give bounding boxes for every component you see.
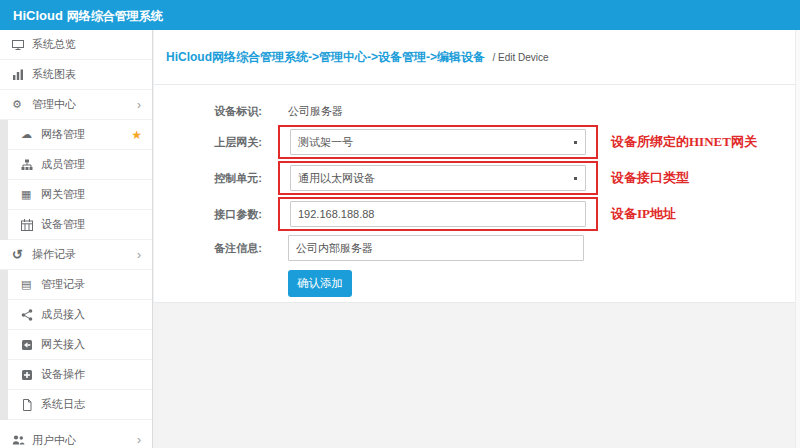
plus-square-icon: [21, 369, 36, 381]
sidebar-item-member-management[interactable]: 成员管理: [8, 150, 152, 180]
gears-icon: ⚙: [12, 99, 27, 110]
sidebar-item-label: 管理中心: [32, 97, 76, 112]
sidebar-item-operation-records[interactable]: ↺ 操作记录 ›: [0, 240, 152, 270]
scrollbar-track[interactable]: [795, 30, 800, 448]
sidebar-item-label: 设备操作: [41, 367, 85, 382]
sidebar-nav: 系统总览 系统图表 ⚙ 管理中心 › ☁ 网络管理 ★ 成员管理 ▦ 网关管理: [0, 30, 153, 448]
app-brand[interactable]: HiCloud网络综合管理系统: [0, 0, 800, 32]
sidebar-item-device-operations[interactable]: 设备操作: [8, 360, 152, 390]
share-icon: [21, 309, 36, 321]
upper-gateway-select[interactable]: 测试架一号: [290, 129, 586, 155]
signin-icon: [21, 339, 36, 351]
form-row-upper-gateway: 上层网关: 测试架一号 设备所绑定的HINET网关: [154, 125, 800, 159]
chart-icon: [12, 69, 27, 81]
form-actions: 确认添加: [288, 270, 800, 297]
sidebar-item-label: 系统日志: [41, 397, 85, 412]
sitemap-icon: [21, 159, 36, 171]
control-unit-label: 控制单元:: [154, 171, 262, 186]
breadcrumb[interactable]: HiCloud网络综合管理系统->管理中心->设备管理->编辑设备: [166, 50, 485, 64]
upper-gateway-label: 上层网关:: [154, 135, 262, 150]
upper-gateway-select-wrap: 测试架一号: [290, 129, 586, 155]
highlight-box-upper-gateway: 测试架一号: [278, 125, 598, 159]
chevron-right-icon: ›: [137, 249, 141, 261]
breadcrumb-bar: HiCloud网络综合管理系统->管理中心->设备管理->编辑设备 / Edit…: [154, 30, 800, 85]
main-area: HiCloud网络综合管理系统->管理中心->设备管理->编辑设备 / Edit…: [154, 30, 800, 448]
sidebar-item-label: 网络管理: [41, 127, 85, 142]
brand-subtitle: 网络综合管理系统: [67, 9, 163, 23]
highlight-box-interface-params: [278, 197, 598, 231]
remarks-input[interactable]: [288, 235, 584, 261]
history-icon: ↺: [12, 248, 27, 261]
device-id-label: 设备标识:: [154, 104, 262, 119]
sidebar-item-gateway-access[interactable]: 网关接入: [8, 330, 152, 360]
sidebar-item-system-overview[interactable]: 系统总览: [0, 30, 152, 60]
file-icon: [21, 399, 36, 411]
device-id-value: 公司服务器: [288, 104, 343, 119]
cloud-icon: ☁: [21, 129, 36, 140]
control-unit-select-wrap: 通用以太网设备: [290, 165, 586, 191]
sidebar-item-management-records[interactable]: ▤ 管理记录: [8, 270, 152, 300]
sidebar-item-label: 管理记录: [41, 277, 85, 292]
sidebar-item-management-center[interactable]: ⚙ 管理中心 ›: [0, 90, 152, 120]
sidebar-item-member-access[interactable]: 成员接入: [8, 300, 152, 330]
sidebar-item-network-management[interactable]: ☁ 网络管理 ★: [8, 120, 152, 150]
brand-name: HiCloud: [13, 8, 63, 23]
management-center-submenu: ☁ 网络管理 ★ 成员管理 ▦ 网关管理 设备管理: [0, 120, 152, 240]
grid-icon: ▦: [21, 189, 36, 200]
sidebar-item-system-logs[interactable]: 系统日志: [8, 390, 152, 420]
file-text-icon: ▤: [21, 279, 36, 290]
monitor-icon: [12, 39, 27, 51]
star-icon: ★: [131, 129, 142, 141]
operation-records-submenu: ▤ 管理记录 成员接入 网关接入 设备操作 系统日志: [0, 270, 152, 420]
users-icon: [12, 434, 27, 446]
sidebar-item-system-charts[interactable]: 系统图表: [0, 60, 152, 90]
form-row-interface-params: 接口参数: 设备IP地址: [154, 197, 800, 231]
sidebar-item-label: 操作记录: [32, 247, 76, 262]
chevron-right-icon: ›: [137, 99, 141, 111]
sidebar-item-label: 用户中心: [32, 433, 76, 448]
edit-device-form: 设备标识: 公司服务器 上层网关: 测试架一号 设备所绑定的HINET网关 控制…: [154, 85, 800, 303]
top-header: HiCloud网络综合管理系统: [0, 0, 800, 30]
annotation-control-unit: 设备接口类型: [611, 169, 689, 187]
form-row-device-id: 设备标识: 公司服务器: [154, 98, 800, 124]
sidebar-item-device-management[interactable]: 设备管理: [8, 210, 152, 240]
highlight-box-control-unit: 通用以太网设备: [278, 161, 598, 195]
calendar-icon: [21, 219, 36, 231]
sidebar-item-label: 成员接入: [41, 307, 85, 322]
form-row-remarks: 备注信息:: [154, 235, 800, 261]
form-row-control-unit: 控制单元: 通用以太网设备 设备接口类型: [154, 161, 800, 195]
breadcrumb-suffix: / Edit Device: [492, 52, 548, 63]
remarks-label: 备注信息:: [154, 241, 262, 256]
sidebar-item-label: 系统总览: [32, 37, 76, 52]
sidebar-item-label: 网关接入: [41, 337, 85, 352]
sidebar-item-user-center[interactable]: 用户中心 ›: [0, 425, 152, 448]
control-unit-select[interactable]: 通用以太网设备: [290, 165, 586, 191]
sidebar-item-label: 系统图表: [32, 67, 76, 82]
sidebar-item-label: 成员管理: [41, 157, 85, 172]
interface-params-input[interactable]: [290, 201, 586, 227]
annotation-upper-gateway: 设备所绑定的HINET网关: [611, 133, 757, 151]
sidebar-item-label: 设备管理: [41, 217, 85, 232]
annotation-interface-params: 设备IP地址: [611, 205, 676, 223]
sidebar-item-gateway-management[interactable]: ▦ 网关管理: [8, 180, 152, 210]
chevron-right-icon: ›: [137, 434, 141, 446]
sidebar-item-label: 网关管理: [41, 187, 85, 202]
confirm-add-button[interactable]: 确认添加: [288, 270, 352, 297]
interface-params-label: 接口参数:: [154, 207, 262, 222]
